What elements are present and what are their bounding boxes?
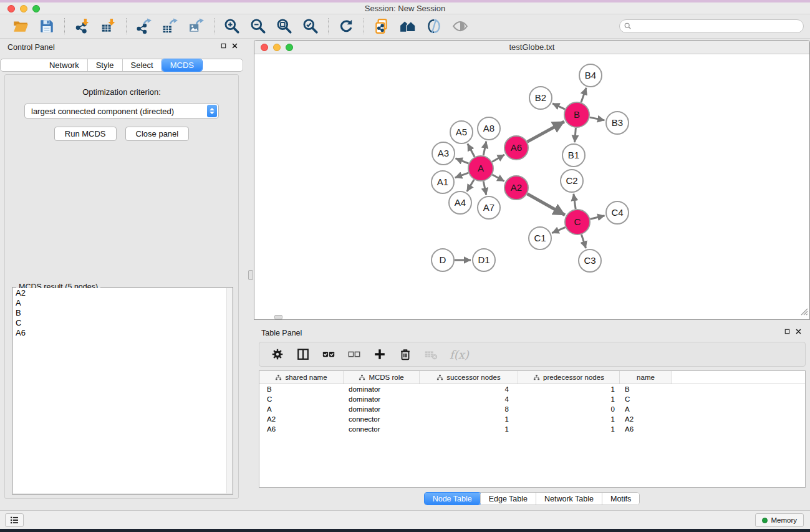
result-item[interactable]: A2: [13, 288, 232, 298]
edge-C-C2[interactable]: [574, 194, 576, 209]
result-scrollbar[interactable]: [226, 288, 232, 493]
table-row[interactable]: Cdominator41C: [259, 394, 805, 404]
column-header-MCDS-role[interactable]: MCDS role: [344, 371, 420, 384]
tab-network-table[interactable]: Network Table: [536, 493, 602, 505]
edge-C-C3[interactable]: [581, 235, 586, 248]
tab-motifs[interactable]: Motifs: [602, 493, 639, 505]
column-header-predecessor-nodes[interactable]: predecessor nodes: [518, 371, 620, 384]
node-label-A3: A3: [438, 148, 449, 158]
deselect-all-icon[interactable]: [344, 344, 365, 365]
toolbar-separator: [364, 18, 364, 34]
add-row-icon[interactable]: [369, 344, 390, 365]
edge-B-B3[interactable]: [590, 117, 605, 120]
graphics-details-icon[interactable]: [421, 16, 447, 36]
result-item[interactable]: C: [13, 318, 232, 328]
table-cell: 8: [420, 405, 518, 413]
tab-edge-table[interactable]: Edge Table: [481, 493, 536, 505]
tab-style[interactable]: Style: [88, 59, 123, 71]
column-header-name[interactable]: name: [620, 371, 672, 384]
float-panel-icon[interactable]: [220, 42, 227, 49]
zoom-in-icon[interactable]: [219, 16, 245, 36]
table-row[interactable]: Adominator80A: [259, 404, 805, 414]
zoom-fit-icon[interactable]: [271, 16, 297, 36]
edge-B-B1[interactable]: [575, 128, 576, 142]
run-mcds-button[interactable]: Run MCDS: [54, 127, 117, 141]
edge-B-B2[interactable]: [552, 104, 565, 109]
column-header-shared-name[interactable]: shared name: [259, 371, 344, 384]
select-all-icon[interactable]: [318, 344, 339, 365]
column-view-icon[interactable]: [292, 344, 314, 365]
edge-A-A1[interactable]: [455, 173, 468, 178]
export-network-icon[interactable]: [131, 16, 157, 36]
delete-row-icon[interactable]: [395, 344, 416, 365]
memory-label: Memory: [771, 516, 797, 524]
network-canvas[interactable]: B4B2BB3A5A8A6A3B1AA1C2A2A4A7C4CC1C3DD1: [254, 54, 809, 319]
clone-network-icon[interactable]: [369, 16, 395, 36]
panel-divider-handle[interactable]: [248, 270, 253, 280]
edge-A-A2[interactable]: [492, 175, 504, 181]
network-view-window: testGlobe.txt B4B2BB3A5A8A6A3B1AA1C2A2A4…: [254, 40, 810, 320]
edge-A-A7[interactable]: [483, 181, 486, 195]
edge-A-A6[interactable]: [492, 155, 504, 162]
save-session-icon[interactable]: [34, 16, 60, 36]
tab-mcds[interactable]: MCDS: [162, 59, 202, 71]
main-titlebar: Session: New Session: [0, 2, 810, 14]
edge-B-B4[interactable]: [581, 88, 586, 102]
node-label-D1: D1: [478, 254, 489, 265]
edge-A-A3[interactable]: [455, 158, 468, 163]
open-session-icon[interactable]: [7, 16, 34, 36]
export-table-icon[interactable]: [157, 16, 183, 36]
result-item[interactable]: A6: [13, 328, 232, 338]
automation-panel-button[interactable]: [5, 513, 24, 527]
search-input[interactable]: [619, 19, 804, 33]
column-header-successor-nodes[interactable]: successor nodes: [420, 371, 518, 384]
float-table-panel-icon[interactable]: [784, 328, 791, 335]
node-table[interactable]: shared nameMCDS rolesuccessor nodesprede…: [259, 370, 806, 488]
zoom-out-icon[interactable]: [245, 16, 271, 36]
table-row[interactable]: Bdominator41B: [259, 384, 805, 394]
table-cell: 1: [518, 395, 620, 403]
table-cell: A6: [259, 425, 344, 433]
tab-network[interactable]: Network: [41, 59, 88, 71]
table-cell: connector: [344, 415, 420, 423]
memory-button[interactable]: Memory: [755, 513, 804, 527]
control-panel-tabs: NetworkStyleSelectMCDS: [0, 59, 243, 72]
result-item[interactable]: B: [13, 308, 232, 318]
toolbar-separator: [126, 18, 127, 34]
resize-grip-icon[interactable]: [799, 307, 809, 319]
edge-A2-C[interactable]: [527, 194, 565, 215]
edge-A6-B[interactable]: [528, 122, 564, 142]
import-network-icon[interactable]: [69, 16, 95, 36]
edge-C-C1[interactable]: [552, 227, 565, 233]
refresh-icon[interactable]: [333, 16, 359, 36]
eye-icon[interactable]: [447, 16, 473, 36]
node-label-A4: A4: [455, 197, 466, 208]
network-window-titlebar[interactable]: testGlobe.txt: [254, 41, 809, 54]
close-panel-icon[interactable]: [231, 42, 238, 49]
edge-A-A8[interactable]: [483, 142, 486, 156]
desktop-wallpaper-bottom: [0, 529, 810, 532]
import-table-icon[interactable]: [95, 16, 122, 36]
houses-icon[interactable]: [395, 16, 421, 36]
criterion-dropdown[interactable]: largest connected component (directed): [24, 104, 219, 118]
edge-C-C4[interactable]: [590, 216, 604, 219]
tab-select[interactable]: Select: [123, 59, 162, 71]
result-item[interactable]: A: [13, 298, 232, 308]
edge-A-A4[interactable]: [467, 180, 474, 191]
function-icon: f(x): [446, 344, 473, 365]
tab-node-table[interactable]: Node Table: [425, 493, 481, 505]
edge-A-A5[interactable]: [468, 144, 475, 157]
export-image-icon[interactable]: [183, 16, 210, 36]
tree-icon: [359, 374, 365, 381]
table-row[interactable]: A2connector11A2: [259, 414, 805, 424]
table-header-row[interactable]: shared nameMCDS rolesuccessor nodesprede…: [259, 371, 805, 384]
table-row[interactable]: A6connector11A6: [259, 424, 805, 434]
close-panel-button[interactable]: Close panel: [125, 127, 190, 141]
node-label-A2: A2: [511, 182, 522, 193]
network-hscroll-thumb[interactable]: [274, 315, 282, 319]
mcds-result-list[interactable]: A2ABCA6: [13, 288, 232, 493]
table-cell: 4: [420, 395, 518, 403]
zoom-selected-icon[interactable]: [297, 16, 324, 36]
close-table-panel-icon[interactable]: [795, 328, 802, 335]
gear-icon[interactable]: [267, 344, 288, 365]
